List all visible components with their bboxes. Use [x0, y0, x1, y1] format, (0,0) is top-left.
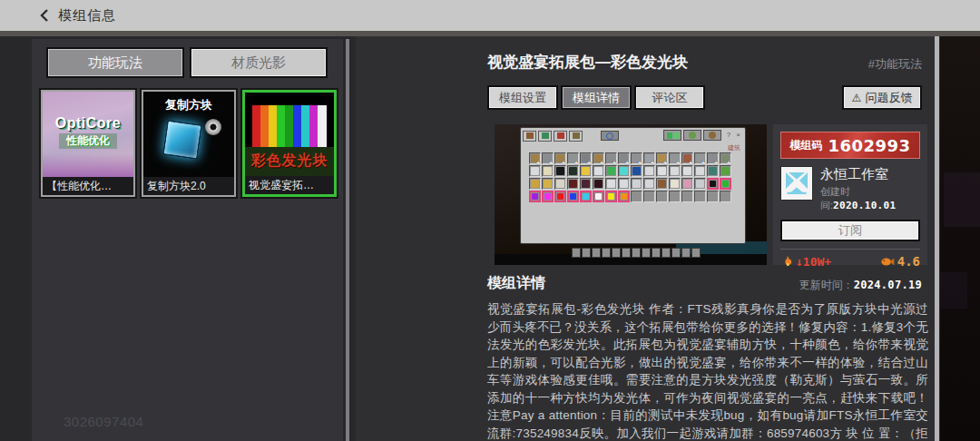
tab-texture-shader[interactable]: 材质光影 — [190, 47, 328, 78]
inventory-item-slot[interactable] — [707, 165, 719, 177]
mod-list-scrollbar[interactable] — [346, 39, 349, 441]
inventory-item-slot[interactable] — [631, 165, 642, 177]
inventory-item-slot[interactable] — [618, 178, 630, 190]
inventory-item-slot[interactable] — [643, 152, 655, 164]
inventory-item-slot[interactable] — [542, 165, 554, 177]
inventory-item-slot[interactable] — [567, 165, 579, 177]
inventory-item-slot[interactable] — [694, 165, 706, 177]
inventory-item-slot[interactable] — [694, 178, 706, 190]
inventory-item-slot[interactable] — [669, 152, 681, 164]
inventory-empty-slot[interactable] — [631, 191, 642, 202]
inventory-grid — [529, 152, 732, 203]
hotbar-slot[interactable] — [572, 248, 581, 258]
inventory-item-slot[interactable] — [720, 152, 731, 164]
detail-scrollbar[interactable] — [935, 36, 939, 441]
inventory-item-slot[interactable] — [631, 152, 642, 164]
inventory-item-slot[interactable] — [720, 165, 731, 177]
inventory-item-slot[interactable] — [593, 191, 604, 202]
hotbar-slot[interactable] — [582, 248, 591, 258]
hotbar-slot[interactable] — [662, 248, 671, 258]
inventory-item-slot[interactable] — [529, 165, 541, 177]
inventory-item-slot[interactable] — [656, 165, 668, 177]
block-item — [721, 167, 730, 175]
inventory-item-slot[interactable] — [554, 165, 566, 177]
hotbar-slot[interactable] — [642, 248, 651, 258]
inventory-item-slot[interactable] — [605, 152, 617, 164]
block-item — [544, 180, 552, 188]
tab-function-gameplay[interactable]: 功能玩法 — [46, 47, 184, 78]
inventory-item-slot[interactable] — [542, 178, 554, 190]
block-item — [709, 167, 717, 175]
inventory-item-slot[interactable] — [567, 152, 579, 164]
inventory-item-slot[interactable] — [605, 165, 617, 177]
hotbar-slot[interactable] — [691, 248, 701, 258]
inventory-item-slot[interactable] — [643, 165, 655, 177]
inventory-item-slot[interactable] — [580, 165, 592, 177]
inventory-item-slot[interactable] — [593, 165, 604, 177]
inventory-item-slot[interactable] — [656, 178, 668, 190]
mod-preview-image[interactable]: ? × 建筑 — [495, 124, 767, 265]
inventory-item-slot[interactable] — [605, 191, 617, 202]
inventory-item-slot[interactable] — [694, 152, 706, 164]
hotbar-slot[interactable] — [592, 248, 601, 258]
hotbar-slot[interactable] — [652, 248, 661, 258]
tab-comments[interactable]: 评论区 — [634, 85, 705, 110]
inventory-item-slot[interactable] — [593, 152, 604, 164]
inventory-item-slot[interactable] — [618, 191, 630, 202]
inventory-empty-slot[interactable] — [707, 191, 719, 202]
inventory-item-slot[interactable] — [580, 178, 592, 190]
inventory-item-slot[interactable] — [707, 152, 719, 164]
inventory-item-slot[interactable] — [643, 178, 655, 190]
mod-code-banner[interactable]: 模组码 1602993 — [780, 132, 920, 159]
inventory-item-slot[interactable] — [669, 178, 681, 190]
inventory-row — [529, 178, 732, 191]
inventory-item-slot[interactable] — [631, 178, 642, 190]
mod-card-colored-glow-block-selected[interactable]: 彩色发光块 视觉盛宴拓… — [242, 90, 337, 197]
inventory-item-slot[interactable] — [681, 165, 693, 177]
inventory-item-slot[interactable] — [567, 191, 579, 202]
hotbar-slot[interactable] — [612, 248, 621, 258]
inventory-item-slot[interactable] — [580, 191, 592, 202]
inventory-empty-slot[interactable] — [720, 191, 731, 202]
inventory-empty-slot[interactable] — [694, 191, 706, 202]
inventory-item-slot[interactable] — [542, 191, 554, 202]
subscribe-button[interactable]: 订阅 — [780, 220, 920, 241]
inventory-empty-slot[interactable] — [656, 191, 668, 202]
inventory-empty-slot[interactable] — [681, 191, 693, 202]
tab-mod-settings[interactable]: 模组设置 — [487, 85, 558, 110]
mod-card-opticore[interactable]: OptiCore 性能优化 【性能优化… — [41, 90, 135, 197]
inventory-item-slot[interactable] — [681, 152, 693, 164]
studio-row[interactable]: 永恒工作室 创建时间:2020.10.01 — [780, 166, 920, 212]
inventory-item-slot[interactable] — [554, 152, 566, 164]
thumb-disc-graphic — [205, 119, 221, 135]
inventory-empty-slot[interactable] — [669, 191, 681, 202]
hotbar-slot[interactable] — [632, 248, 641, 258]
inventory-empty-slot[interactable] — [643, 191, 655, 202]
hotbar-slot[interactable] — [602, 248, 611, 258]
hotbar-slot[interactable] — [671, 248, 681, 258]
mod-description[interactable]: 视觉盛宴拓展包-彩色发光块 作者：FTS残影真身你是否为了原版方块中光源过少而头… — [487, 300, 928, 441]
inventory-item-slot[interactable] — [529, 178, 541, 190]
inventory-item-slot[interactable] — [656, 152, 668, 164]
inventory-item-slot[interactable] — [529, 152, 541, 164]
inventory-item-slot[interactable] — [720, 178, 731, 190]
back-button[interactable] — [36, 7, 53, 24]
inventory-item-slot[interactable] — [580, 152, 592, 164]
inventory-item-slot[interactable] — [529, 191, 541, 202]
inventory-item-slot[interactable] — [554, 191, 566, 202]
inventory-item-slot[interactable] — [567, 178, 579, 190]
inventory-item-slot[interactable] — [605, 178, 617, 190]
inventory-item-slot[interactable] — [618, 152, 630, 164]
feedback-button[interactable]: ⚠ 问题反馈 — [842, 85, 922, 110]
inventory-item-slot[interactable] — [593, 178, 604, 190]
inventory-item-slot[interactable] — [681, 178, 693, 190]
tab-mod-details[interactable]: 模组详情 — [561, 85, 632, 110]
inventory-item-slot[interactable] — [618, 165, 630, 177]
mod-card-copy-block[interactable]: 复制方块 复制方块2.0 — [142, 90, 236, 197]
hotbar-slot[interactable] — [681, 248, 691, 258]
inventory-item-slot[interactable] — [542, 152, 554, 164]
inventory-item-slot[interactable] — [707, 178, 719, 190]
inventory-item-slot[interactable] — [669, 165, 681, 177]
hotbar-slot[interactable] — [622, 248, 631, 258]
inventory-item-slot[interactable] — [554, 178, 566, 190]
